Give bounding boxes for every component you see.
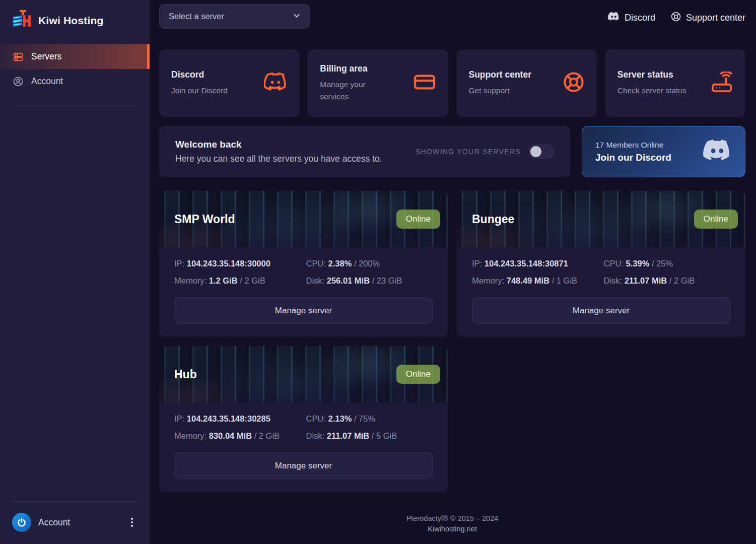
server-banner-image: Bungee Online bbox=[457, 191, 745, 247]
server-card-hub: Hub Online IP: 104.243.35.148:30285 CPU:… bbox=[159, 346, 448, 492]
quick-card-status[interactable]: Server status Check server status bbox=[605, 49, 745, 117]
manage-server-button[interactable]: Manage server bbox=[472, 297, 730, 324]
server-select-dropdown[interactable]: Select a server bbox=[159, 4, 310, 29]
user-circle-icon bbox=[13, 76, 24, 87]
discord-icon bbox=[703, 139, 732, 165]
toggle-knob bbox=[530, 146, 541, 157]
welcome-panel: Welcome back Here you can see all the se… bbox=[159, 126, 570, 177]
stat-memory: Memory: 748.49 MiB / 1 GiB bbox=[472, 276, 599, 286]
quick-card-subtitle: Join our Discord bbox=[171, 85, 228, 97]
stat-cpu: CPU: 2.38% / 200% bbox=[306, 259, 433, 268]
account-row[interactable]: Account bbox=[0, 510, 150, 535]
showing-servers-toggle[interactable] bbox=[529, 145, 554, 159]
stat-memory: Memory: 830.04 MiB / 2 GiB bbox=[174, 431, 301, 441]
kebab-menu-icon[interactable] bbox=[125, 515, 139, 530]
server-card-smp-world: SMP World Online IP: 104.243.35.148:3000… bbox=[159, 191, 448, 337]
server-body: IP: 104.243.35.148:30871 CPU: 5.39% / 25… bbox=[457, 247, 745, 337]
sidebar-item-account[interactable]: Account bbox=[0, 69, 150, 94]
lifebuoy-icon bbox=[670, 11, 681, 25]
discord-members-panel[interactable]: 17 Members Online Join our Discord bbox=[582, 126, 745, 177]
server-name: Bungee bbox=[472, 213, 514, 226]
quick-cards-row: Discord Join our Discord Billing area Ma… bbox=[159, 49, 745, 117]
stat-memory: Memory: 1.2 GiB / 2 GiB bbox=[174, 276, 301, 286]
discord-icon bbox=[607, 12, 620, 24]
server-select-value: Select a server bbox=[169, 12, 224, 21]
stat-ip: IP: 104.243.35.148:30871 bbox=[472, 259, 599, 268]
server-stats: IP: 104.243.35.148:30871 CPU: 5.39% / 25… bbox=[472, 259, 730, 286]
stat-disk: Disk: 211.07 MiB / 2 GiB bbox=[604, 276, 731, 286]
welcome-title: Welcome back bbox=[175, 139, 382, 150]
sidebar: Kiwi Hosting Servers bbox=[0, 0, 150, 544]
quick-card-subtitle: Get support bbox=[469, 85, 531, 97]
brand-name: Kiwi Hosting bbox=[38, 15, 104, 27]
stat-disk: Disk: 211.07 MiB / 5 GiB bbox=[306, 431, 433, 441]
sidebar-divider bbox=[12, 105, 138, 105]
server-stats: IP: 104.243.35.148:30285 CPU: 2.13% / 75… bbox=[174, 414, 433, 441]
stat-ip: IP: 104.243.35.148:30285 bbox=[174, 414, 301, 424]
sidebar-bottom: Account bbox=[0, 490, 150, 544]
router-icon bbox=[710, 72, 733, 95]
toggle-label: SHOWING YOUR SERVERS bbox=[416, 148, 521, 156]
quick-card-discord[interactable]: Discord Join our Discord bbox=[159, 49, 299, 117]
quick-card-title: Discord bbox=[171, 70, 228, 80]
stat-disk: Disk: 256.01 MiB / 23 GiB bbox=[306, 276, 433, 286]
topbar-links: Discord Support center bbox=[607, 11, 745, 25]
sidebar-item-label: Servers bbox=[31, 51, 61, 62]
status-badge: Online bbox=[694, 210, 738, 229]
sidebar-item-servers[interactable]: Servers bbox=[0, 44, 150, 69]
lifebuoy-icon bbox=[563, 71, 585, 95]
footer-copyright: Pterodactyl® © 2015 – 2024 bbox=[159, 513, 745, 524]
quick-card-title: Billing area bbox=[320, 63, 390, 74]
quick-card-subtitle: Manage your services bbox=[320, 79, 390, 103]
stat-cpu: CPU: 2.13% / 75% bbox=[306, 414, 433, 424]
sidebar-divider bbox=[12, 501, 138, 502]
status-badge: Online bbox=[396, 210, 440, 229]
server-body: IP: 104.243.35.148:30285 CPU: 2.13% / 75… bbox=[159, 402, 448, 492]
welcome-subtitle: Here you can see all the servers you hav… bbox=[175, 154, 382, 164]
status-badge: Online bbox=[396, 365, 440, 384]
server-body: IP: 104.243.35.148:30000 CPU: 2.38% / 20… bbox=[159, 247, 448, 337]
server-name: Hub bbox=[174, 368, 197, 381]
manage-server-button[interactable]: Manage server bbox=[174, 452, 433, 479]
server-grid: SMP World Online IP: 104.243.35.148:3000… bbox=[159, 191, 745, 492]
topbar-discord-link[interactable]: Discord bbox=[607, 12, 655, 24]
sidebar-item-label: Account bbox=[31, 76, 63, 87]
quick-card-billing[interactable]: Billing area Manage your services bbox=[308, 49, 448, 117]
sidebar-nav: Servers Account bbox=[0, 44, 150, 94]
topbar-support-link[interactable]: Support center bbox=[670, 11, 745, 25]
brand: Kiwi Hosting bbox=[0, 0, 150, 42]
page-footer: Pterodactyl® © 2015 – 2024 Kiwihosting.n… bbox=[159, 513, 745, 541]
server-card-bungee: Bungee Online IP: 104.243.35.148:30871 C… bbox=[457, 191, 745, 337]
kiwi-hosting-logo-icon bbox=[11, 9, 32, 32]
chevron-down-icon bbox=[293, 12, 301, 22]
account-label: Account bbox=[38, 517, 70, 528]
server-icon bbox=[13, 51, 24, 62]
stat-cpu: CPU: 5.39% / 25% bbox=[604, 259, 731, 268]
credit-card-icon bbox=[413, 73, 436, 94]
quick-card-support[interactable]: Support center Get support bbox=[457, 49, 597, 117]
topbar-link-label: Discord bbox=[625, 13, 655, 23]
quick-card-subtitle: Check server status bbox=[617, 85, 686, 97]
main-content: Select a server Discord bbox=[150, 0, 756, 544]
quick-card-title: Server status bbox=[617, 70, 686, 80]
discord-join-cta: Join our Discord bbox=[595, 152, 671, 163]
manage-server-button[interactable]: Manage server bbox=[174, 297, 433, 324]
servers-filter-toggle-group: SHOWING YOUR SERVERS bbox=[416, 145, 554, 159]
server-banner-image: SMP World Online bbox=[159, 191, 448, 247]
avatar bbox=[12, 513, 31, 532]
welcome-row: Welcome back Here you can see all the se… bbox=[159, 126, 745, 177]
footer-site-link[interactable]: Kiwihosting.net bbox=[159, 524, 745, 534]
server-name: SMP World bbox=[174, 213, 235, 226]
topbar-link-label: Support center bbox=[686, 13, 745, 23]
server-stats: IP: 104.243.35.148:30000 CPU: 2.38% / 20… bbox=[174, 259, 433, 286]
server-banner-image: Hub Online bbox=[159, 346, 448, 402]
topbar: Select a server Discord bbox=[159, 4, 745, 29]
stat-ip: IP: 104.243.35.148:30000 bbox=[174, 259, 301, 268]
discord-icon bbox=[264, 73, 287, 94]
discord-members-count: 17 Members Online bbox=[595, 141, 671, 150]
quick-card-title: Support center bbox=[469, 70, 531, 80]
